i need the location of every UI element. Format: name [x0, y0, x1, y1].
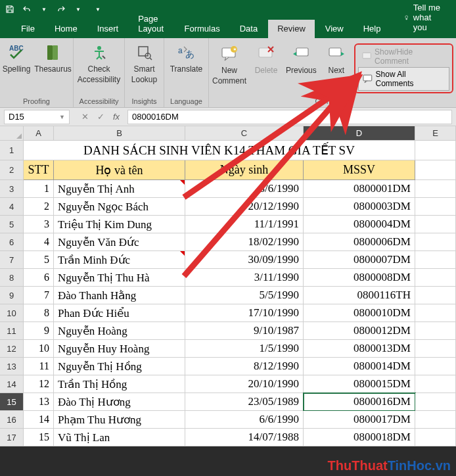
cell-name-7[interactable]: Trần Minh Đức [54, 251, 185, 269]
name-box[interactable]: D15 ▼ [4, 110, 70, 124]
thesaurus-button[interactable]: Thesaurus [33, 41, 73, 75]
cell-e-6[interactable] [415, 233, 456, 251]
cell-stt-10[interactable]: 8 [24, 304, 54, 322]
cell-name-8[interactable]: Nguyễn Thị Thu Hà [54, 269, 185, 287]
row-header-6[interactable]: 6 [0, 233, 24, 251]
select-all-corner[interactable] [0, 126, 24, 141]
tell-me-search[interactable]: Tell me what you [395, 0, 456, 37]
cell-name-17[interactable]: Vũ Thị Lan [54, 429, 185, 446]
col-header-b[interactable]: B [54, 126, 185, 141]
cell-date-9[interactable]: 5/5/1990 [185, 287, 304, 304]
cell-mssv-7[interactable]: 0800007DM [304, 251, 415, 269]
cell-date-10[interactable]: 17/10/1990 [185, 304, 304, 322]
cell-e-13[interactable] [415, 358, 456, 375]
next-comment-button[interactable]: Next [320, 42, 353, 76]
cell-hdr-date[interactable]: Ngày sinh [185, 160, 304, 180]
insert-function-button[interactable]: fx [109, 110, 124, 124]
cell-date-17[interactable]: 14/07/1988 [185, 429, 304, 446]
row-header-14[interactable]: 14 [0, 375, 24, 393]
cell-date-8[interactable]: 3/11/1990 [185, 269, 304, 287]
col-header-e[interactable]: E [415, 126, 456, 141]
cell-stt-13[interactable]: 11 [24, 358, 54, 375]
cell-mssv-15[interactable]: 0800016DM [304, 393, 415, 411]
row-header-16[interactable]: 16 [0, 411, 24, 429]
cell-title[interactable]: DANH SÁCH SINH VIÊN K14 THAM GIA TẾT SV [24, 141, 415, 160]
cell-date-7[interactable]: 30/09/1990 [185, 251, 304, 269]
show-hide-comment-button[interactable]: Show/Hide Comment [358, 46, 449, 67]
cell-e-11[interactable] [415, 322, 456, 340]
cell-stt-12[interactable]: 10 [24, 340, 54, 358]
cell-date-15[interactable]: 23/05/1989 [185, 393, 304, 411]
row-header-9[interactable]: 9 [0, 287, 24, 304]
cell-e-14[interactable] [415, 375, 456, 393]
cell-stt-7[interactable]: 5 [24, 251, 54, 269]
cell-e-10[interactable] [415, 304, 456, 322]
cell-date-14[interactable]: 20/10/1990 [185, 375, 304, 393]
cell-e-5[interactable] [415, 216, 456, 233]
cell-stt-6[interactable]: 4 [24, 233, 54, 251]
cell-name-16[interactable]: Phạm Thu Hương [54, 411, 185, 429]
cell-name-14[interactable]: Trần Thị Hồng [54, 375, 185, 393]
formula-input[interactable]: 0800016DM [127, 110, 452, 124]
cell-date-3[interactable]: 3/6/1990 [185, 180, 304, 198]
show-all-comments-button[interactable]: Show All Comments [358, 67, 449, 91]
cell-mssv-11[interactable]: 0800012DM [304, 322, 415, 340]
tab-review[interactable]: Review [268, 20, 315, 38]
check-accessibility-button[interactable]: Check Accessibility [74, 41, 124, 85]
cell-name-3[interactable]: Nguyễn Thị Anh [54, 180, 185, 198]
cell-stt-9[interactable]: 7 [24, 287, 54, 304]
col-header-d[interactable]: D [304, 126, 415, 141]
tab-insert[interactable]: Insert [88, 20, 128, 38]
cell-stt-11[interactable]: 9 [24, 322, 54, 340]
cell-e-7[interactable] [415, 251, 456, 269]
row-header-13[interactable]: 13 [0, 358, 24, 375]
row-header-3[interactable]: 3 [0, 180, 24, 198]
delete-comment-button[interactable]: Delete [250, 42, 283, 76]
enter-formula-button[interactable]: ✓ [93, 110, 108, 124]
cell-name-9[interactable]: Đào Thanh Hằng [54, 287, 185, 304]
cell-e-4[interactable] [415, 198, 456, 216]
cell-mssv-8[interactable]: 0800008DM [304, 269, 415, 287]
cell-hdr-mssv[interactable]: MSSV [304, 160, 415, 180]
tab-file[interactable]: File [12, 20, 44, 38]
cancel-formula-button[interactable]: ✕ [78, 110, 92, 124]
new-comment-button[interactable]: ✶ New Comment [209, 42, 250, 87]
cell-stt-8[interactable]: 6 [24, 269, 54, 287]
col-header-a[interactable]: A [24, 126, 54, 141]
cell-mssv-13[interactable]: 0800014DM [304, 358, 415, 375]
cell-mssv-4[interactable]: 0800003DM [304, 198, 415, 216]
cell-hdr-name[interactable]: Họ và tên [54, 160, 185, 180]
smart-lookup-button[interactable]: Smart Lookup [127, 41, 161, 85]
cell-e-15[interactable] [415, 393, 456, 411]
undo-icon[interactable] [21, 3, 33, 15]
row-header-4[interactable]: 4 [0, 198, 24, 216]
cell-mssv-10[interactable]: 0800010DM [304, 304, 415, 322]
cell-stt-4[interactable]: 2 [24, 198, 54, 216]
row-header-2[interactable]: 2 [0, 160, 24, 180]
cell-e-17[interactable] [415, 429, 456, 446]
row-header-15[interactable]: 15 [0, 393, 24, 411]
cell-stt-3[interactable]: 1 [24, 180, 54, 198]
cell-stt-15[interactable]: 13 [24, 393, 54, 411]
cell-name-12[interactable]: Nguyễn Huy Hoàng [54, 340, 185, 358]
cell-date-5[interactable]: 11/1/1991 [185, 216, 304, 233]
name-box-dropdown-icon[interactable]: ▼ [59, 114, 65, 120]
row-header-12[interactable]: 12 [0, 340, 24, 358]
col-header-c[interactable]: C [185, 126, 304, 141]
cell-stt-16[interactable]: 14 [24, 411, 54, 429]
row-header-11[interactable]: 11 [0, 322, 24, 340]
cell-date-13[interactable]: 8/12/1990 [185, 358, 304, 375]
redo-dropdown-icon[interactable]: ▼ [72, 3, 84, 15]
cell-name-6[interactable]: Nguyễn Văn Đức [54, 233, 185, 251]
cell-date-12[interactable]: 1/5/1990 [185, 340, 304, 358]
tab-formulas[interactable]: Formulas [175, 20, 229, 38]
row-header-7[interactable]: 7 [0, 251, 24, 269]
cell-name-10[interactable]: Phan Đức Hiểu [54, 304, 185, 322]
cell-e-12[interactable] [415, 340, 456, 358]
cell-stt-5[interactable]: 3 [24, 216, 54, 233]
cell-name-13[interactable]: Nguyễn Thị Hồng [54, 358, 185, 375]
cell-e-16[interactable] [415, 411, 456, 429]
row-header-17[interactable]: 17 [0, 429, 24, 446]
customize-qat-icon[interactable]: ▼ [92, 3, 104, 15]
cell-mssv-9[interactable]: 0800116TH [304, 287, 415, 304]
